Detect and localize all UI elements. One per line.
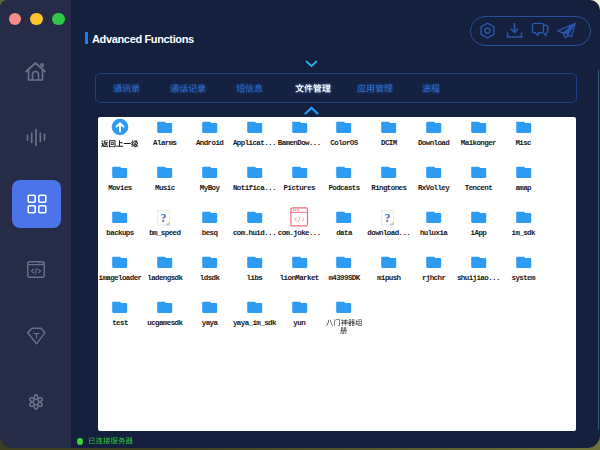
svg-text:?: ? [161, 210, 167, 224]
svg-text:?: ? [385, 210, 391, 224]
